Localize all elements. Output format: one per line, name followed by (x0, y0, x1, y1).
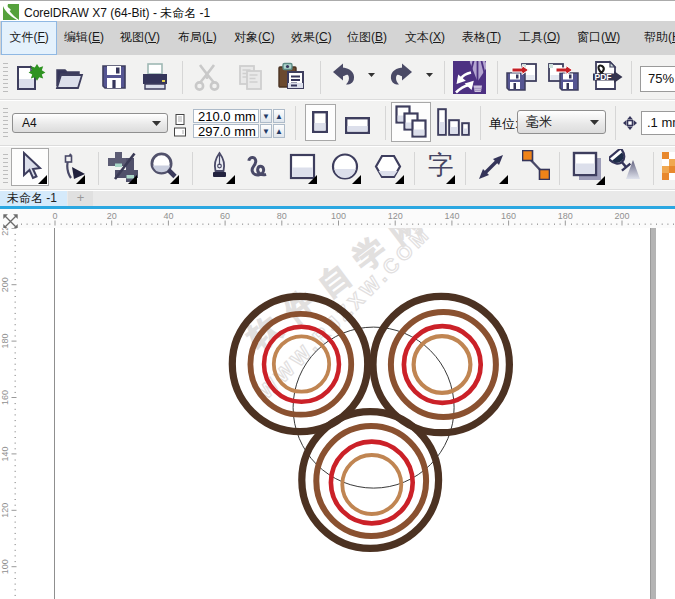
svg-text:160: 160 (501, 210, 516, 220)
svg-text:140: 140 (0, 446, 10, 461)
svg-text:100: 100 (331, 210, 346, 220)
svg-text:PDF: PDF (595, 72, 612, 82)
svg-text:220: 220 (0, 228, 10, 236)
svg-text:100: 100 (0, 559, 10, 574)
svg-text:180: 180 (558, 210, 573, 220)
svg-text:120: 120 (0, 503, 10, 518)
svg-text:60: 60 (220, 210, 230, 220)
svg-text:160: 160 (0, 390, 10, 405)
svg-text:20: 20 (107, 210, 117, 220)
svg-text:180: 180 (0, 334, 10, 349)
svg-text:200: 200 (614, 210, 629, 220)
svg-text:80: 80 (277, 210, 287, 220)
svg-text:140: 140 (444, 210, 459, 220)
svg-text:120: 120 (388, 210, 403, 220)
svg-text:0: 0 (52, 210, 57, 220)
svg-text:40: 40 (163, 210, 173, 220)
svg-text:200: 200 (0, 277, 10, 292)
